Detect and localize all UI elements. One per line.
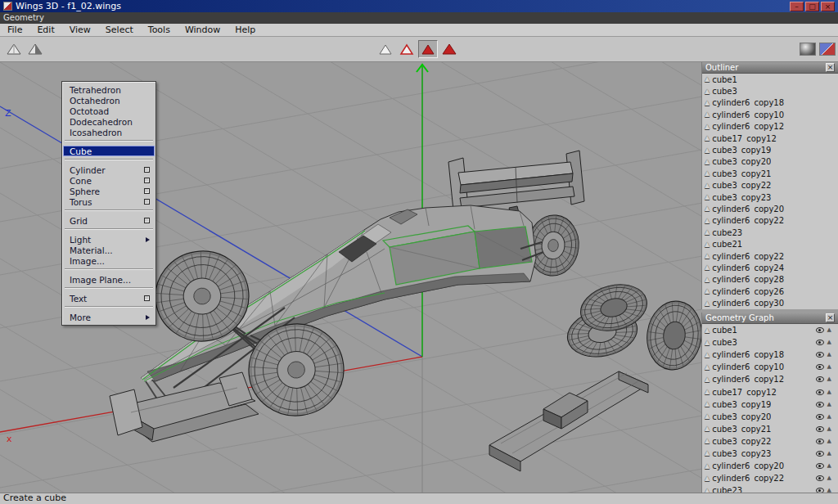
geometry-graph-item[interactable]: ▲ cube3_copy19 ▲ [702,398,838,411]
outliner-item[interactable]: ▲ cylinder6_copy26 [702,286,838,297]
menu-item[interactable]: Tetrahedron [63,84,155,95]
geometry-graph-item[interactable]: ▲ cylinder6_copy10 ▲ [702,361,838,373]
shaded-view-icon[interactable] [798,40,818,58]
outliner-item[interactable]: ▲ cube3_copy21 [702,168,838,179]
shading-mode-icon[interactable]: ▲ [827,463,831,469]
outliner-item[interactable]: ▲ cube17_copy12 [702,133,838,144]
menubar-item[interactable]: Select [98,24,141,36]
visibility-eye-icon[interactable] [816,376,824,382]
visibility-eye-icon[interactable] [816,451,824,457]
shading-mode-icon[interactable]: ▲ [827,389,831,395]
menu-item[interactable]: Torus [63,196,155,207]
geometry-graph-item[interactable]: ▲ cube23 ▲ [702,484,838,493]
geometry-window-bar[interactable]: Geometry [0,12,838,24]
outliner-item[interactable]: ▲ cube3_copy19 [702,144,838,155]
body-mode-icon[interactable] [439,40,459,58]
menu-item[interactable]: Light [63,234,155,245]
geometry-graph-item[interactable]: ▲ cylinder6_copy12 ▲ [702,373,838,385]
menu-item[interactable]: Material... [63,245,155,255]
outliner-item[interactable]: ▲ cylinder6_copy22 [702,250,838,262]
shading-mode-icon[interactable]: ▲ [827,426,831,432]
visibility-eye-icon[interactable] [816,389,824,395]
menu-item[interactable]: Octahedron [63,95,155,106]
geometry-graph-item[interactable]: ▲ cube3 ▲ [702,336,838,349]
outliner-item[interactable]: ▲ cube21 [702,238,838,250]
spare-tire-right[interactable] [642,298,701,373]
outliner-close-button[interactable]: × [826,63,835,72]
geometry-graph-item[interactable]: ▲ cube3_copy21 ▲ [702,423,838,435]
visibility-eye-icon[interactable] [816,463,824,469]
geometry-graph-item[interactable]: ▲ cube3_copy23 ▲ [702,448,838,460]
outliner-item[interactable]: ▲ cylinder6_copy20 [702,203,838,214]
outliner-item[interactable]: ▲ cube23 [702,227,838,238]
menu-item[interactable]: More [63,312,155,322]
outliner-item[interactable]: ▲ cylinder6_copy30 [702,297,838,308]
vertex-mode-icon[interactable] [376,40,395,58]
geometry-graph-header[interactable]: Geometry Graph × [702,313,838,324]
outliner-item[interactable]: ▲ cube1 [702,74,838,85]
visibility-eye-icon[interactable] [816,340,824,345]
option-box-icon[interactable] [144,218,150,223]
menubar-item[interactable]: Edit [29,24,61,36]
geometry-graph-item[interactable]: ▲ cube17_copy12 ▲ [702,385,838,398]
visibility-eye-icon[interactable] [816,402,824,407]
close-button[interactable]: × [821,2,835,11]
option-box-icon[interactable] [144,199,150,205]
outliner-item[interactable]: ▲ cylinder6_copy18 [702,97,838,109]
menu-item[interactable]: Cylinder [63,164,155,175]
geometry-graph-item[interactable]: ▲ cylinder6_copy22 ▲ [702,472,838,484]
shading-mode-icon[interactable]: ▲ [827,402,831,407]
redo-icon[interactable] [25,40,45,58]
shading-mode-icon[interactable]: ▲ [827,327,831,333]
menubar-item[interactable]: Tools [141,24,178,36]
option-box-icon[interactable] [144,178,150,183]
menu-item[interactable]: Dodecahedron [63,116,155,127]
geometry-graph-item[interactable]: ▲ cylinder6_copy18 ▲ [702,349,838,361]
option-box-icon[interactable] [144,188,150,194]
outliner-item[interactable]: ▲ cylinder6_copy12 [702,121,838,133]
shading-mode-icon[interactable]: ▲ [827,352,831,358]
outliner-item[interactable]: ▲ cylinder6_copy28 [702,274,838,286]
geometry-graph-item[interactable]: ▲ cube1 ▲ [702,324,838,336]
undo-icon[interactable] [4,40,24,58]
outliner-item[interactable]: ▲ cylinder6_copy22 [702,215,838,227]
outliner-item[interactable]: ▲ cylinder6_copy10 [702,109,838,120]
shading-mode-icon[interactable]: ▲ [827,475,831,481]
minimize-button[interactable]: – [790,2,804,11]
visibility-eye-icon[interactable] [816,475,824,481]
outliner-item[interactable]: ▲ cube3_copy20 [702,156,838,168]
outliner-header[interactable]: Outliner × [702,62,838,74]
option-box-icon[interactable] [144,167,150,173]
option-box-icon[interactable] [144,295,150,301]
shading-mode-icon[interactable]: ▲ [827,364,831,370]
geometry-graph-item[interactable]: ▲ cylinder6_copy20 ▲ [702,460,838,472]
visibility-eye-icon[interactable] [816,327,824,333]
shading-mode-icon[interactable]: ▲ [827,414,831,420]
axes-view-icon[interactable] [818,40,837,58]
maximize-button[interactable]: □ [805,2,819,11]
menu-item[interactable]: Icosahedron [63,127,155,137]
menu-item[interactable]: Text [63,293,155,304]
shading-mode-icon[interactable]: ▲ [827,439,831,444]
visibility-eye-icon[interactable] [816,364,824,370]
outliner-item[interactable]: ▲ cube3_copy23 [702,191,838,203]
visibility-eye-icon[interactable] [816,439,824,444]
geometry-graph-item[interactable]: ▲ cube3_copy22 ▲ [702,435,838,448]
shading-mode-icon[interactable]: ▲ [827,340,831,345]
menu-item[interactable]: Grid [63,215,155,226]
front-wing[interactable] [110,372,259,442]
menubar-item[interactable]: Help [228,24,263,36]
menu-item[interactable]: Octotoad [63,106,155,116]
menubar-item[interactable]: Window [178,24,228,36]
menu-item[interactable]: Image... [63,255,155,266]
visibility-eye-icon[interactable] [816,414,824,420]
visibility-eye-icon[interactable] [816,426,824,432]
menu-item[interactable]: Sphere [63,186,155,196]
menu-item[interactable]: Cube [63,146,155,156]
geometry-graph-close-button[interactable]: × [826,313,835,322]
edge-mode-icon[interactable] [397,40,417,58]
title-bar[interactable]: Wings 3D - f1_02.wings – □ × [0,0,838,12]
menubar-item[interactable]: View [62,24,98,36]
menu-item[interactable]: Image Plane... [63,274,155,285]
outliner-item[interactable]: ▲ cylinder6_copy24 [702,262,838,273]
